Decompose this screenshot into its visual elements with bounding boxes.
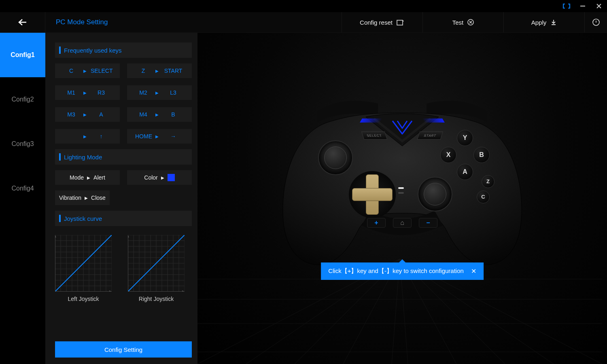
keymap-m1[interactable]: M1▶R3 <box>55 85 120 100</box>
plus-button: + <box>367 218 386 228</box>
start-label: START <box>417 131 443 140</box>
keymap-m3[interactable]: M3▶A <box>55 107 120 122</box>
controller-stage: SELECT START Y X B A Z C + ⌂ <box>197 33 607 364</box>
top-toolbar: PC Mode Setting Config reset Test Apply <box>0 12 607 33</box>
z-button: Z <box>482 175 495 188</box>
config-tabs: Config1 Config2 Config3 Config4 <box>0 33 45 364</box>
config-reset-button[interactable]: Config reset <box>342 12 422 32</box>
window-link-icon[interactable] <box>562 1 571 11</box>
tab-config4[interactable]: Config4 <box>0 166 45 211</box>
keymap-c[interactable]: C▶SELECT <box>55 63 120 78</box>
select-label: SELECT <box>361 131 387 140</box>
section-joystick-curve: Joystick curve <box>55 211 192 226</box>
tooltip-text: Click【+】key and【-】key to switch configur… <box>328 267 464 275</box>
tooltip-close-icon[interactable]: ✕ <box>471 267 476 275</box>
tab-config2[interactable]: Config2 <box>0 77 45 122</box>
tab-config1[interactable]: Config1 <box>0 33 45 77</box>
left-joystick-label: Left Joystick <box>68 296 99 302</box>
home-button: ⌂ <box>393 218 412 228</box>
a-button: A <box>457 164 473 180</box>
left-joystick-curve[interactable] <box>55 235 112 292</box>
x-button: X <box>440 147 456 163</box>
page-title: PC Mode Setting <box>45 12 272 32</box>
keymap-home[interactable]: HOME▶→ <box>127 129 192 144</box>
section-frequent-keys: Frequently used keys <box>55 42 192 58</box>
keymap-m4[interactable]: M4▶B <box>127 107 192 122</box>
y-button: Y <box>457 130 473 146</box>
back-button[interactable] <box>0 12 45 32</box>
color-swatch <box>168 174 175 181</box>
keymap-m2[interactable]: M2▶L3 <box>127 85 192 100</box>
lighting-color-select[interactable]: Color▶ <box>127 170 192 185</box>
window-minimize-icon[interactable] <box>578 1 588 11</box>
svg-rect-0 <box>397 20 403 25</box>
window-titlebar <box>0 0 607 12</box>
window-close-icon[interactable] <box>594 1 604 11</box>
keymap-grid: C▶SELECT Z▶START M1▶R3 M2▶L3 M3▶A M4▶B ▶… <box>55 63 192 144</box>
vibration-select[interactable]: Vibration▶Close <box>55 190 110 205</box>
settings-panel: Frequently used keys C▶SELECT Z▶START M1… <box>45 33 197 364</box>
info-button[interactable] <box>584 12 607 32</box>
controller-preview: SELECT START Y X B A Z C + ⌂ <box>277 93 528 271</box>
b-button: B <box>473 147 490 163</box>
keymap-z[interactable]: Z▶START <box>127 63 192 78</box>
left-stick <box>318 140 353 175</box>
right-stick <box>418 177 452 212</box>
minus-button: − <box>419 218 437 228</box>
keymap-up[interactable]: ▶↑ <box>55 129 120 144</box>
right-joystick-label: Right Joystick <box>139 296 174 302</box>
right-joystick-curve[interactable] <box>128 235 185 292</box>
tab-config3[interactable]: Config3 <box>0 122 45 166</box>
config-setting-button[interactable]: Config Setting <box>55 341 192 358</box>
dpad <box>352 174 393 215</box>
lighting-mode-select[interactable]: Mode▶Alert <box>55 170 120 185</box>
apply-button[interactable]: Apply <box>503 12 584 32</box>
test-button[interactable]: Test <box>422 12 503 32</box>
switch-config-tooltip: Click【+】key and【-】key to switch configur… <box>321 262 484 280</box>
c-button: C <box>477 190 490 203</box>
section-lighting: Lighting Mode <box>55 149 192 165</box>
config-strip: + ⌂ − <box>367 218 437 228</box>
